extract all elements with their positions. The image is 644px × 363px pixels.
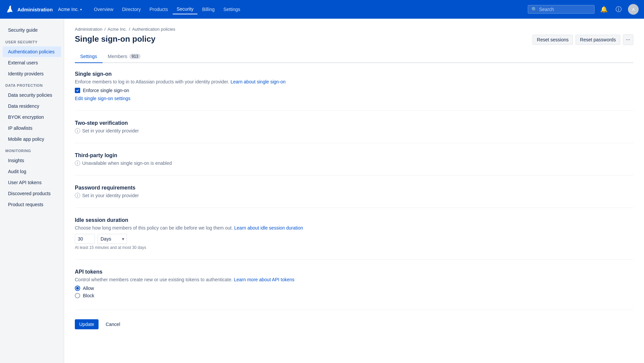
search-icon: 🔍	[531, 7, 537, 12]
idle-hint-text: At least 15 minutes and at most 30 days	[75, 245, 633, 250]
members-badge: 913	[129, 54, 141, 59]
reset-sessions-button[interactable]: Reset sessions	[532, 35, 573, 45]
sidebar-item-data-residency[interactable]: Data residency	[3, 101, 61, 111]
cancel-button[interactable]: Cancel	[101, 319, 125, 329]
sidebar-item-insights[interactable]: Insights	[3, 155, 61, 166]
api-tokens-title: API tokens	[75, 269, 633, 275]
edit-sso-link[interactable]: Edit single sign-on settings	[75, 96, 131, 101]
topnav-link-products[interactable]: Products	[145, 5, 172, 14]
third-party-section: Third-party login i Unavailable when sin…	[75, 152, 633, 175]
search-box[interactable]: 🔍	[528, 5, 595, 14]
api-tokens-allow-radio[interactable]	[75, 286, 80, 291]
sidebar-item-discovered-products[interactable]: Discovered products	[3, 188, 61, 199]
sidebar-item-external-users[interactable]: External users	[3, 57, 61, 68]
api-tokens-learn-link[interactable]: Learn more about API tokens	[234, 277, 294, 282]
info-icon-3: i	[75, 193, 80, 198]
topnav-link-directory[interactable]: Directory	[118, 5, 145, 14]
password-req-section: Password requirements i Set in your iden…	[75, 185, 633, 208]
org-selector[interactable]: Acme Inc. ▾	[58, 7, 82, 12]
tabs: Settings Members 913	[75, 50, 633, 63]
sidebar-section-monitoring: MONITORING	[0, 145, 64, 155]
page-title: Single sign-on policy	[75, 34, 155, 44]
enforce-sso-checkbox-row: Enforce single sign-on	[75, 88, 633, 93]
main-content: Administration / Acme Inc. / Authenticat…	[64, 19, 644, 363]
topnav-link-security[interactable]: Security	[173, 4, 198, 14]
tab-members[interactable]: Members 913	[103, 50, 146, 63]
sidebar-item-byok-encryption[interactable]: BYOK encryption	[3, 112, 61, 122]
third-party-title: Third-party login	[75, 152, 633, 158]
chevron-down-icon: ▾	[80, 8, 82, 11]
password-req-title: Password requirements	[75, 185, 633, 191]
api-tokens-block-row[interactable]: Block	[75, 293, 633, 298]
topnav-right: 🔍 🔔 ⓘ A	[528, 4, 639, 15]
sidebar-item-identity-providers[interactable]: Identity providers	[3, 68, 61, 79]
api-tokens-allow-row[interactable]: Allow	[75, 286, 633, 291]
info-icon-2: i	[75, 160, 80, 166]
topnav-link-billing[interactable]: Billing	[198, 5, 218, 14]
api-tokens-block-label: Block	[83, 293, 94, 298]
third-party-info: i Unavailable when single sign-on is ena…	[75, 160, 633, 166]
enforce-sso-label: Enforce single sign-on	[83, 88, 129, 93]
page-actions: Reset sessions Reset passwords ···	[532, 34, 633, 45]
help-icon[interactable]: ⓘ	[613, 4, 624, 15]
idle-input-row: Minutes Hours Days	[75, 234, 633, 244]
idle-session-learn-link[interactable]: Learn about idle session duration	[234, 225, 303, 231]
more-actions-button[interactable]: ···	[623, 34, 633, 45]
single-signon-desc: Enforce members to log in to Atlassian p…	[75, 79, 633, 84]
idle-session-title: Idle session duration	[75, 217, 633, 223]
sidebar-section-data-protection: DATA PROTECTION	[0, 79, 64, 89]
breadcrumb: Administration / Acme Inc. / Authenticat…	[75, 27, 633, 32]
sidebar-item-data-security-policies[interactable]: Data security policies	[3, 90, 61, 100]
sidebar-item-security-guide[interactable]: Security guide	[3, 25, 61, 35]
avatar[interactable]: A	[628, 4, 639, 15]
sidebar-section-user-security: USER SECURITY	[0, 36, 64, 46]
tab-settings[interactable]: Settings	[75, 50, 103, 63]
single-signon-learn-link[interactable]: Learn about single sign-on	[230, 79, 286, 84]
topnav-links: Overview Directory Products Security Bil…	[90, 4, 244, 14]
breadcrumb-administration[interactable]: Administration	[75, 27, 102, 32]
sidebar-item-authentication-policies[interactable]: Authentication policies	[3, 46, 61, 57]
single-signon-section: Single sign-on Enforce members to log in…	[75, 71, 633, 111]
sidebar-item-product-requests[interactable]: Product requests	[3, 199, 61, 210]
two-step-section: Two-step verification i Set in your iden…	[75, 120, 633, 143]
topnav-link-settings[interactable]: Settings	[219, 5, 245, 14]
page-header: Single sign-on policy Reset sessions Res…	[75, 34, 633, 45]
checkmark-icon	[76, 89, 79, 92]
two-step-info: i Set in your identity provider	[75, 128, 633, 133]
logo[interactable]: Administration	[5, 5, 53, 14]
reset-passwords-button[interactable]: Reset passwords	[576, 35, 620, 45]
sidebar-item-audit-log[interactable]: Audit log	[3, 166, 61, 177]
api-tokens-block-radio[interactable]	[75, 293, 80, 298]
idle-unit-wrapper: Minutes Hours Days	[98, 234, 127, 244]
action-row: Update Cancel	[75, 319, 633, 329]
sidebar-item-ip-allowlists[interactable]: IP allowlists	[3, 123, 61, 133]
layout: Security guide USER SECURITY Authenticat…	[0, 19, 644, 363]
logo-text: Administration	[17, 7, 53, 12]
update-button[interactable]: Update	[75, 319, 99, 329]
topnav-link-overview[interactable]: Overview	[90, 5, 117, 14]
password-req-info: i Set in your identity provider	[75, 193, 633, 198]
atlassian-logo-icon	[5, 5, 15, 14]
topnav: Administration Acme Inc. ▾ Overview Dire…	[0, 0, 644, 19]
idle-session-desc: Choose how long members of this policy c…	[75, 225, 633, 231]
info-icon: i	[75, 128, 80, 133]
idle-session-section: Idle session duration Choose how long me…	[75, 217, 633, 260]
notifications-icon[interactable]: 🔔	[599, 4, 609, 15]
enforce-sso-checkbox[interactable]	[75, 88, 80, 93]
sidebar-item-user-api-tokens[interactable]: User API tokens	[3, 177, 61, 188]
sidebar: Security guide USER SECURITY Authenticat…	[0, 19, 64, 363]
single-signon-title: Single sign-on	[75, 71, 633, 77]
search-input[interactable]	[539, 7, 591, 12]
sidebar-item-mobile-app-policy[interactable]: Mobile app policy	[3, 134, 61, 144]
api-tokens-allow-label: Allow	[83, 286, 94, 291]
idle-unit-select[interactable]: Minutes Hours Days	[98, 234, 127, 244]
breadcrumb-acme[interactable]: Acme Inc.	[108, 27, 127, 32]
api-tokens-desc: Control whether members create new or us…	[75, 277, 633, 282]
breadcrumb-current: Authentication policies	[132, 27, 175, 32]
api-tokens-section: API tokens Control whether members creat…	[75, 269, 633, 310]
idle-duration-input[interactable]	[75, 234, 95, 244]
two-step-title: Two-step verification	[75, 120, 633, 126]
